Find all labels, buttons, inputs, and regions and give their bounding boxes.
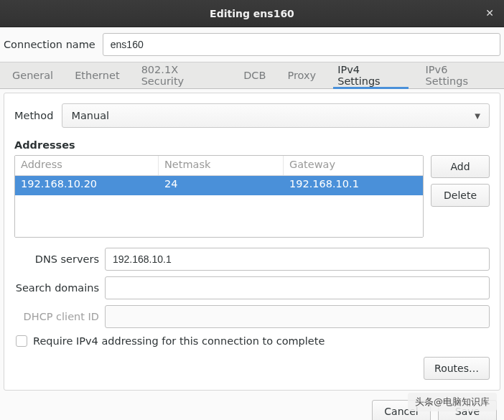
addresses-empty-area[interactable] <box>15 195 423 237</box>
addresses-area: Address Netmask Gateway 192.168.10.20 24… <box>14 155 490 238</box>
routes-button[interactable]: Routes… <box>424 357 490 380</box>
connection-name-label: Connection name <box>4 39 95 50</box>
method-combo[interactable]: Manual ▼ <box>62 103 490 128</box>
tab-ethernet[interactable]: Ethernet <box>73 62 121 88</box>
method-combo-value: Manual <box>71 110 475 121</box>
cell-gateway[interactable]: 192.168.10.1 <box>284 176 423 195</box>
connection-name-row: Connection name <box>0 27 504 62</box>
tab-ipv4-settings[interactable]: IPv4 Settings <box>336 62 405 88</box>
tab-bar: General Ethernet 802.1X Security DCB Pro… <box>0 62 504 89</box>
dns-servers-label: DNS servers <box>14 253 99 265</box>
header-address[interactable]: Address <box>15 156 159 175</box>
dns-servers-input[interactable] <box>105 248 490 271</box>
chevron-down-icon: ▼ <box>475 112 480 120</box>
addresses-section-label: Addresses <box>14 139 490 151</box>
watermark-label: 头条@电脑知识库 <box>408 393 497 411</box>
cell-netmask[interactable]: 24 <box>159 176 284 195</box>
delete-button[interactable]: Delete <box>431 184 490 207</box>
ipv4-panel: Method Manual ▼ Addresses Address Netmas… <box>4 93 500 391</box>
method-label: Method <box>14 110 53 121</box>
dhcp-client-id-input <box>105 305 490 328</box>
window-titlebar: Editing ens160 ✕ <box>0 0 504 27</box>
method-row: Method Manual ▼ <box>14 103 490 128</box>
routes-row: Routes… <box>14 357 490 380</box>
require-ipv4-row: Require IPv4 addressing for this connect… <box>16 335 490 347</box>
addresses-side-buttons: Add Delete <box>431 155 490 238</box>
tab-8021x-security[interactable]: 802.1X Security <box>140 62 224 88</box>
add-button[interactable]: Add <box>431 155 490 178</box>
tab-dcb[interactable]: DCB <box>242 62 267 88</box>
require-ipv4-checkbox[interactable] <box>16 335 27 347</box>
tab-general[interactable]: General <box>11 62 55 88</box>
header-netmask[interactable]: Netmask <box>159 156 284 175</box>
search-domains-input[interactable] <box>105 276 490 299</box>
close-icon[interactable]: ✕ <box>482 6 497 20</box>
window-title: Editing ens160 <box>210 8 294 19</box>
connection-name-input[interactable] <box>103 33 500 56</box>
addresses-header-row: Address Netmask Gateway <box>15 156 423 176</box>
tab-proxy[interactable]: Proxy <box>286 62 317 88</box>
addresses-row-selected[interactable]: 192.168.10.20 24 192.168.10.1 <box>15 176 423 195</box>
cell-address[interactable]: 192.168.10.20 <box>15 176 159 195</box>
require-ipv4-label[interactable]: Require IPv4 addressing for this connect… <box>33 335 325 347</box>
header-gateway[interactable]: Gateway <box>284 156 423 175</box>
form-grid: DNS servers Search domains DHCP client I… <box>14 248 490 328</box>
search-domains-label: Search domains <box>14 282 99 294</box>
tab-ipv6-settings[interactable]: IPv6 Settings <box>424 62 493 88</box>
dhcp-client-id-label: DHCP client ID <box>14 311 99 322</box>
addresses-table[interactable]: Address Netmask Gateway 192.168.10.20 24… <box>14 155 424 238</box>
